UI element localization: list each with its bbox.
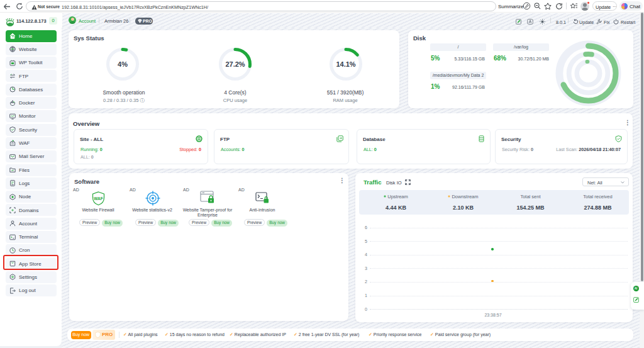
- svg-text:14.1%: 14.1%: [336, 60, 355, 68]
- svg-text:WAF: WAF: [94, 196, 103, 201]
- svg-text:27.2%: 27.2%: [225, 60, 245, 68]
- svg-text:4%: 4%: [118, 60, 128, 68]
